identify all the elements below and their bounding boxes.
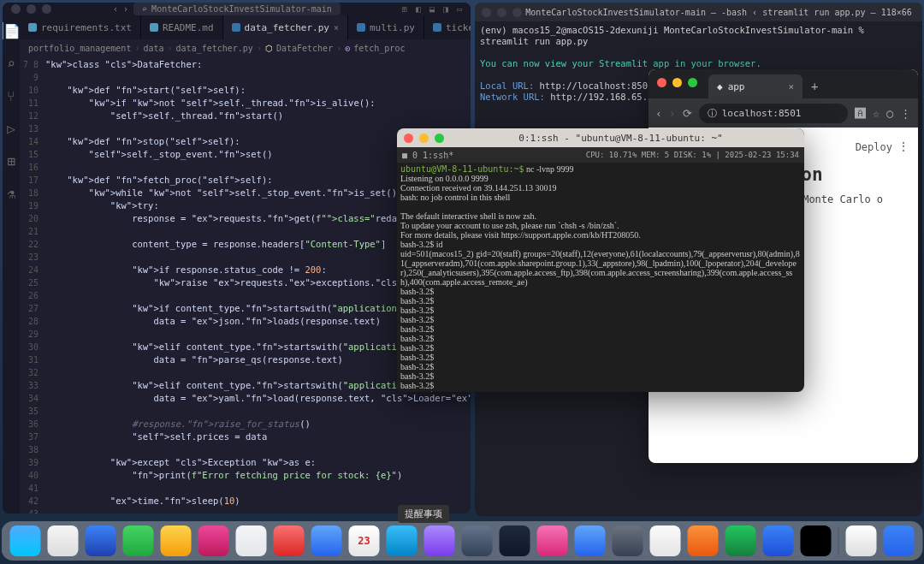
dock-finder[interactable] [10,525,41,556]
source-control-icon[interactable]: ⑂ [3,87,20,104]
tab-readme[interactable]: README.md [141,15,223,39]
panel-bottom-icon[interactable]: ⬓ [429,4,435,14]
dock-mail[interactable] [161,525,192,556]
dock-safari[interactable] [86,525,116,556]
activity-bar: 📄 ⌕ ⑂ ▷ ⊞ ⚗ ◯ ⚙ [3,15,20,514]
search-icon: ⌕ [142,4,147,14]
close-icon[interactable]: × [788,81,794,92]
dock-vscode[interactable] [726,525,756,556]
ssh-titlebar[interactable]: 0:1:ssh - "ubuntu@VM-8-11-ubuntu: ~" [397,128,804,147]
dock-sketch[interactable] [688,525,719,556]
minimize-icon[interactable] [27,4,36,14]
arrow-right-icon[interactable]: › [123,4,128,14]
dock-calendar[interactable]: 23 [349,525,380,556]
forward-icon[interactable]: › [669,107,676,120]
site-info-icon[interactable]: ⓘ [708,107,717,120]
translate-icon[interactable]: 🅰 [855,107,866,120]
dock: 23 [2,521,923,561]
dock-tooltip: 提醒事项 [398,505,449,523]
minimize-icon[interactable] [672,78,682,87]
maximize-icon[interactable] [688,78,697,87]
tab-data-fetcher[interactable]: data_fetcher.py× [223,15,348,39]
back-icon[interactable]: ‹ [655,107,662,120]
dock-settings[interactable] [613,525,643,556]
debug-icon[interactable]: ▷ [3,120,20,137]
layout-icon[interactable]: ▭ [457,4,462,14]
dock-freeform[interactable] [424,525,455,556]
tab-requirements[interactable]: requirements.txt [20,15,141,39]
address-bar[interactable]: ⓘ localhost:8501 [699,104,849,123]
tab-favicon: ◆ [717,81,723,92]
tab-ticker[interactable]: ticker.py [424,15,471,39]
extensions-icon[interactable]: ⊞ [3,152,20,169]
dock-facetime[interactable] [387,525,418,556]
bookmark-icon[interactable]: ☆ [873,107,880,120]
panel-left-icon[interactable]: ◧ [416,4,421,14]
panel-right-icon[interactable]: ◨ [443,4,448,14]
dock-contacts[interactable] [236,525,267,556]
layout-icon[interactable]: ⊞ [402,4,407,14]
chrome-tabstrip[interactable]: ◆ app × + [649,69,918,98]
ssh-title: 0:1:ssh - "ubuntu@VM-8-11-ubuntu: ~" [444,133,797,144]
line-numbers: 7 8 9 10 11 12 13 14 15 16 17 18 19 20 2… [20,56,45,514]
dock-terminal[interactable] [763,525,794,556]
window-title: MonteCarloStockInvestSimulator-main [151,4,332,14]
reload-icon[interactable]: ⟳ [683,107,692,120]
tmux-status-right: CPU: 10.71% MEM: 5 DISK: 1% | 2025-02-23… [586,151,799,159]
terminal-title: MonteCarloStockInvestSimulator-main — -b… [522,8,915,17]
minimize-icon[interactable] [497,8,506,17]
menu-icon[interactable]: ⋮ [900,107,911,120]
testing-icon[interactable]: ⚗ [3,185,20,202]
browser-tab[interactable]: ◆ app × [708,74,803,98]
arrow-left-icon[interactable]: ‹ [113,4,118,14]
ssh-output[interactable]: ubuntu@VM-8-11-ubuntu:~$ nc -lvnp 9999Li… [397,163,804,392]
deploy-button[interactable]: Deploy [856,141,892,153]
app-menu-icon[interactable]: ⋮ [897,140,909,153]
search-icon[interactable]: ⌕ [3,55,20,72]
dock-trash[interactable] [884,525,915,556]
dock-cleanmymac[interactable] [650,525,681,556]
editor-tabs: requirements.txt README.md data_fetcher.… [20,15,471,39]
maximize-icon[interactable] [435,134,444,143]
dock-launchpad[interactable] [48,525,79,556]
dock-maps[interactable] [311,525,342,556]
tmux-status: ■ 0 1:ssh* CPU: 10.71% MEM: 5 DISK: 1% |… [397,147,804,163]
explorer-icon[interactable]: 📄 [3,22,19,39]
minimize-icon[interactable] [419,134,429,143]
maximize-icon[interactable] [42,4,51,14]
dock-messages[interactable] [123,525,154,556]
ssh-terminal-window[interactable]: 0:1:ssh - "ubuntu@VM-8-11-ubuntu: ~" ■ 0… [397,128,804,392]
dock-reminders[interactable] [274,525,305,556]
tab-multi[interactable]: multi.py [348,15,424,39]
title-actions: ⊞ ◧ ⬓ ◨ ▭ [402,4,462,14]
dock-podcasts[interactable] [462,525,493,556]
vscode-titlebar[interactable]: ‹ › ⌕ MonteCarloStockInvestSimulator-mai… [3,3,471,15]
breadcrumb[interactable]: portfolio_management› data› data_fetcher… [20,39,471,56]
terminal-titlebar[interactable]: MonteCarloStockInvestSimulator-main — -b… [475,3,922,21]
tmux-windows[interactable]: ■ 0 1:ssh* [402,151,453,160]
dock-tv[interactable] [500,525,530,556]
close-icon[interactable] [482,8,491,17]
close-icon[interactable] [404,134,413,143]
dock-vscode-insiders[interactable] [846,525,877,556]
close-icon[interactable]: × [334,23,339,33]
new-tab-button[interactable]: + [803,74,826,98]
traffic-lights[interactable] [11,4,51,14]
dock-appstore[interactable] [575,525,606,556]
command-center[interactable]: ⌕ MonteCarloStockInvestSimulator-main [133,3,341,15]
url-text: localhost:8501 [722,108,802,119]
close-icon[interactable] [11,4,21,14]
dock-photos[interactable] [198,525,229,556]
tab-title: app [728,81,745,92]
close-icon[interactable] [657,78,666,87]
account-icon[interactable]: ◯ [886,107,893,120]
maximize-icon[interactable] [512,8,522,17]
browser-toolbar: ‹ › ⟳ ⓘ localhost:8501 🅰 ☆ ◯ ⋮ [649,98,918,128]
dock-music[interactable] [537,525,568,556]
dock-chrome[interactable] [801,525,832,556]
